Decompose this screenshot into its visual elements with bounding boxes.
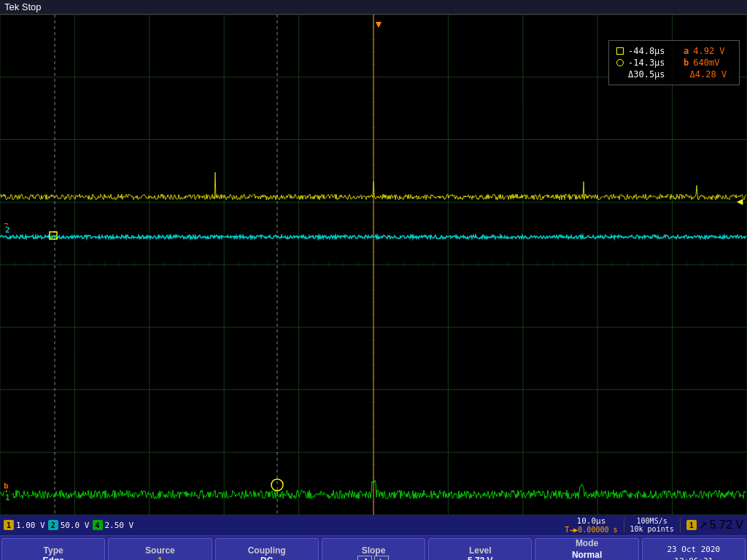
measurement-box: -44.8μs a 4.92 V -14.3μs b 640mV Δ30.5μs… [608,40,740,85]
ch1-level-arrow: ◄ [735,195,745,207]
mode-holdoff-button[interactable]: Mode Normal & Holdoff [535,538,638,560]
level-button[interactable]: Level 5.72 V [428,538,532,560]
title-text: Tek Stop [4,1,42,12]
source-value: 1 [158,556,163,561]
trigger-time: T→▶0.00000 s [565,526,617,534]
cursor-b-value: 640mV [693,58,719,68]
delta-value: Δ4.28 V [690,69,727,79]
cursor-b-label: b [684,58,689,68]
trigger-ch-badge: 1 [686,520,697,530]
titlebar: Tek Stop [0,0,747,15]
oscilloscope-screen: ▼ ◄ -44.8μs a 4.92 V -14.3μs b 640mV Δ30… [0,15,747,515]
coupling-value: DC [260,556,273,561]
ch1-status: 1 1.00 V [4,520,45,530]
type-button[interactable]: Type Edge [1,538,105,560]
datetime-display: 23 Oct 2020 13:06:31 [642,538,746,560]
ch2-status: 2 50.0 V [48,520,90,530]
level-label: Level [469,545,492,556]
coupling-label: Coupling [248,545,286,556]
cursor-b-icon [616,59,624,66]
slope-button[interactable]: Slope ↗ ↘ [322,538,425,560]
cursor-a-value: 4.92 V [693,46,724,56]
ch1-scale: 1.00 V [16,521,45,530]
ch4-scale: 2.50 V [105,521,134,530]
grid-canvas [0,15,747,515]
mode-label: Mode [576,538,598,550]
timebase-status: 10.0μs T→▶0.00000 s [565,516,617,534]
date-value: 23 Oct 2020 [667,544,720,555]
sample-rate: 100MS/s [637,517,667,525]
cursor-b-time: -14.3μs [628,58,679,68]
cursor-a-label: a [684,46,689,56]
type-value: Edge [42,556,63,561]
coupling-button[interactable]: Coupling DC [215,538,319,560]
cursor-b-label-screen: b [4,481,9,491]
cursor-a-time: -44.8μs [628,46,679,56]
ch2-scale: 50.0 V [61,521,90,530]
ch4-status: 4 2.50 V [93,520,134,530]
mode-value: Normal [572,550,602,560]
sample-rate-status: 100MS/s 10k points [630,517,674,533]
cursor-a-icon [616,47,624,55]
delta-time: Δ30.5μs [628,69,665,79]
slope-up-icon: ↗ [357,556,372,561]
status-bar: 1 1.00 V 2 50.0 V 4 2.50 V 10.0μs T→▶0.0… [0,515,747,535]
trigger-level: 5.72 V [710,518,743,532]
ch4-badge: 4 [93,520,103,530]
ch2-marker: 2 [4,225,12,236]
trigger-slope-icon: ↗ [699,519,708,531]
record-length: 10k points [630,525,674,533]
source-label: Source [145,545,175,556]
ch1-marker: 1 [4,492,12,503]
trigger-marker: ▼ [374,18,384,30]
slope-down-icon: ↘ [374,556,389,561]
time-value: 13:06:31 [674,556,713,561]
ch2-badge: 2 [48,520,58,530]
type-label: Type [44,545,63,556]
slope-icons: ↗ ↘ [357,556,389,561]
level-value: 5.72 V [468,556,493,561]
slope-label: Slope [362,545,386,556]
trigger-status: 1 ↗ 5.72 V [686,518,743,532]
ch1-badge: 1 [4,520,14,530]
source-button[interactable]: Source 1 [108,538,212,560]
button-bar: Type Edge Source 1 Coupling DC Slope ↗ ↘… [0,535,747,560]
timebase-value: 10.0μs [577,516,606,526]
